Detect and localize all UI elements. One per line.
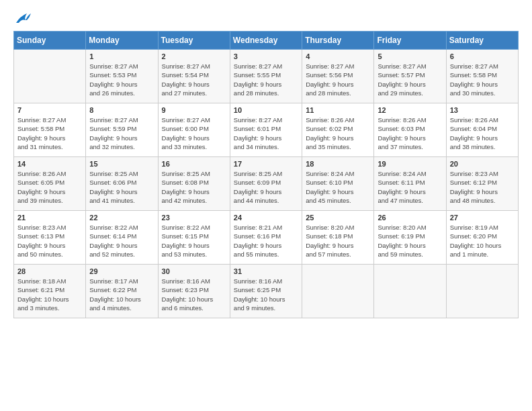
calendar-cell: 25Sunrise: 8:20 AM Sunset: 6:18 PM Dayli… xyxy=(302,211,374,265)
day-number: 3 xyxy=(234,52,298,60)
cell-content: Sunrise: 8:27 AM Sunset: 5:56 PM Dayligh… xyxy=(306,62,370,97)
calendar-cell: 8Sunrise: 8:27 AM Sunset: 5:59 PM Daylig… xyxy=(86,103,158,157)
calendar-cell: 20Sunrise: 8:23 AM Sunset: 6:12 PM Dayli… xyxy=(446,157,518,211)
day-number: 17 xyxy=(234,160,298,168)
calendar-cell: 28Sunrise: 8:18 AM Sunset: 6:21 PM Dayli… xyxy=(14,265,86,318)
cell-content: Sunrise: 8:27 AM Sunset: 6:01 PM Dayligh… xyxy=(234,116,298,151)
cell-content: Sunrise: 8:27 AM Sunset: 5:53 PM Dayligh… xyxy=(89,62,154,97)
weekday-header: Thursday xyxy=(302,32,374,50)
cell-content: Sunrise: 8:26 AM Sunset: 6:05 PM Dayligh… xyxy=(17,169,82,205)
logo-icon xyxy=(13,11,32,26)
cell-content: Sunrise: 8:27 AM Sunset: 5:57 PM Dayligh… xyxy=(378,62,442,97)
weekday-header: Friday xyxy=(374,32,446,50)
cell-content: Sunrise: 8:19 AM Sunset: 6:20 PM Dayligh… xyxy=(450,223,515,259)
day-number: 10 xyxy=(234,106,298,114)
cell-content: Sunrise: 8:18 AM Sunset: 6:21 PM Dayligh… xyxy=(17,277,82,312)
cell-content: Sunrise: 8:20 AM Sunset: 6:18 PM Dayligh… xyxy=(306,223,370,259)
calendar-cell: 29Sunrise: 8:17 AM Sunset: 6:22 PM Dayli… xyxy=(86,265,158,318)
calendar-cell: 18Sunrise: 8:24 AM Sunset: 6:10 PM Dayli… xyxy=(302,157,374,211)
day-number: 15 xyxy=(89,160,154,168)
calendar-cell: 9Sunrise: 8:27 AM Sunset: 6:00 PM Daylig… xyxy=(158,103,230,157)
weekday-header: Tuesday xyxy=(158,32,230,50)
calendar-cell: 11Sunrise: 8:26 AM Sunset: 6:02 PM Dayli… xyxy=(302,103,374,157)
cell-content: Sunrise: 8:27 AM Sunset: 6:00 PM Dayligh… xyxy=(162,116,226,151)
cell-content: Sunrise: 8:25 AM Sunset: 6:09 PM Dayligh… xyxy=(234,169,298,205)
page-header xyxy=(13,11,519,26)
calendar-cell: 3Sunrise: 8:27 AM Sunset: 5:55 PM Daylig… xyxy=(230,50,302,103)
logo xyxy=(13,11,35,26)
day-number: 19 xyxy=(378,160,442,168)
calendar-cell: 6Sunrise: 8:27 AM Sunset: 5:58 PM Daylig… xyxy=(446,50,518,103)
day-number: 26 xyxy=(378,214,442,222)
calendar-cell: 4Sunrise: 8:27 AM Sunset: 5:56 PM Daylig… xyxy=(302,50,374,103)
calendar-cell xyxy=(302,265,374,318)
cell-content: Sunrise: 8:27 AM Sunset: 5:58 PM Dayligh… xyxy=(450,62,515,97)
day-number: 21 xyxy=(17,214,82,222)
calendar-body: 1Sunrise: 8:27 AM Sunset: 5:53 PM Daylig… xyxy=(14,50,519,318)
calendar-cell xyxy=(374,265,446,318)
cell-content: Sunrise: 8:27 AM Sunset: 5:59 PM Dayligh… xyxy=(89,116,154,151)
calendar-cell: 17Sunrise: 8:25 AM Sunset: 6:09 PM Dayli… xyxy=(230,157,302,211)
day-number: 4 xyxy=(306,52,370,60)
day-number: 25 xyxy=(306,214,370,222)
calendar-cell: 14Sunrise: 8:26 AM Sunset: 6:05 PM Dayli… xyxy=(14,157,86,211)
cell-content: Sunrise: 8:25 AM Sunset: 6:08 PM Dayligh… xyxy=(162,169,226,205)
cell-content: Sunrise: 8:27 AM Sunset: 5:55 PM Dayligh… xyxy=(234,62,298,97)
cell-content: Sunrise: 8:27 AM Sunset: 5:54 PM Dayligh… xyxy=(162,62,226,97)
cell-content: Sunrise: 8:26 AM Sunset: 6:02 PM Dayligh… xyxy=(306,116,370,151)
day-number: 16 xyxy=(162,160,226,168)
day-number: 27 xyxy=(450,214,515,222)
calendar-cell: 16Sunrise: 8:25 AM Sunset: 6:08 PM Dayli… xyxy=(158,157,230,211)
day-number: 14 xyxy=(17,160,82,168)
cell-content: Sunrise: 8:24 AM Sunset: 6:11 PM Dayligh… xyxy=(378,169,442,205)
calendar-table: SundayMondayTuesdayWednesdayThursdayFrid… xyxy=(13,31,519,318)
day-number: 11 xyxy=(306,106,370,114)
cell-content: Sunrise: 8:23 AM Sunset: 6:12 PM Dayligh… xyxy=(450,169,515,205)
calendar-cell: 24Sunrise: 8:21 AM Sunset: 6:16 PM Dayli… xyxy=(230,211,302,265)
cell-content: Sunrise: 8:23 AM Sunset: 6:13 PM Dayligh… xyxy=(17,223,82,259)
weekday-header: Saturday xyxy=(446,32,518,50)
weekday-header: Sunday xyxy=(14,32,86,50)
day-number: 2 xyxy=(162,52,226,60)
calendar-cell: 19Sunrise: 8:24 AM Sunset: 6:11 PM Dayli… xyxy=(374,157,446,211)
cell-content: Sunrise: 8:22 AM Sunset: 6:15 PM Dayligh… xyxy=(162,223,226,259)
calendar-cell: 13Sunrise: 8:26 AM Sunset: 6:04 PM Dayli… xyxy=(446,103,518,157)
cell-content: Sunrise: 8:16 AM Sunset: 6:25 PM Dayligh… xyxy=(234,277,298,312)
cell-content: Sunrise: 8:26 AM Sunset: 6:03 PM Dayligh… xyxy=(378,116,442,151)
calendar-week-row: 14Sunrise: 8:26 AM Sunset: 6:05 PM Dayli… xyxy=(14,157,519,211)
weekday-row: SundayMondayTuesdayWednesdayThursdayFrid… xyxy=(14,32,519,50)
day-number: 20 xyxy=(450,160,515,168)
day-number: 30 xyxy=(162,267,226,275)
day-number: 24 xyxy=(234,214,298,222)
calendar-week-row: 28Sunrise: 8:18 AM Sunset: 6:21 PM Dayli… xyxy=(14,265,519,318)
cell-content: Sunrise: 8:26 AM Sunset: 6:04 PM Dayligh… xyxy=(450,116,515,151)
calendar-cell: 15Sunrise: 8:25 AM Sunset: 6:06 PM Dayli… xyxy=(86,157,158,211)
calendar-cell: 23Sunrise: 8:22 AM Sunset: 6:15 PM Dayli… xyxy=(158,211,230,265)
day-number: 12 xyxy=(378,106,442,114)
day-number: 22 xyxy=(89,214,154,222)
calendar-cell: 22Sunrise: 8:22 AM Sunset: 6:14 PM Dayli… xyxy=(86,211,158,265)
day-number: 29 xyxy=(89,267,154,275)
calendar-cell: 30Sunrise: 8:16 AM Sunset: 6:23 PM Dayli… xyxy=(158,265,230,318)
day-number: 7 xyxy=(17,106,82,114)
calendar-header: SundayMondayTuesdayWednesdayThursdayFrid… xyxy=(14,32,519,50)
calendar-cell xyxy=(446,265,518,318)
calendar-cell: 1Sunrise: 8:27 AM Sunset: 5:53 PM Daylig… xyxy=(86,50,158,103)
weekday-header: Monday xyxy=(86,32,158,50)
calendar-cell: 31Sunrise: 8:16 AM Sunset: 6:25 PM Dayli… xyxy=(230,265,302,318)
calendar-cell xyxy=(14,50,86,103)
cell-content: Sunrise: 8:27 AM Sunset: 5:58 PM Dayligh… xyxy=(17,116,82,151)
day-number: 5 xyxy=(378,52,442,60)
day-number: 13 xyxy=(450,106,515,114)
day-number: 28 xyxy=(17,267,82,275)
day-number: 6 xyxy=(450,52,515,60)
day-number: 23 xyxy=(162,214,226,222)
calendar-week-row: 21Sunrise: 8:23 AM Sunset: 6:13 PM Dayli… xyxy=(14,211,519,265)
cell-content: Sunrise: 8:16 AM Sunset: 6:23 PM Dayligh… xyxy=(162,277,226,312)
calendar-cell: 12Sunrise: 8:26 AM Sunset: 6:03 PM Dayli… xyxy=(374,103,446,157)
cell-content: Sunrise: 8:17 AM Sunset: 6:22 PM Dayligh… xyxy=(89,277,154,312)
calendar-cell: 26Sunrise: 8:20 AM Sunset: 6:19 PM Dayli… xyxy=(374,211,446,265)
calendar-cell: 5Sunrise: 8:27 AM Sunset: 5:57 PM Daylig… xyxy=(374,50,446,103)
cell-content: Sunrise: 8:25 AM Sunset: 6:06 PM Dayligh… xyxy=(89,169,154,205)
calendar-week-row: 1Sunrise: 8:27 AM Sunset: 5:53 PM Daylig… xyxy=(14,50,519,103)
